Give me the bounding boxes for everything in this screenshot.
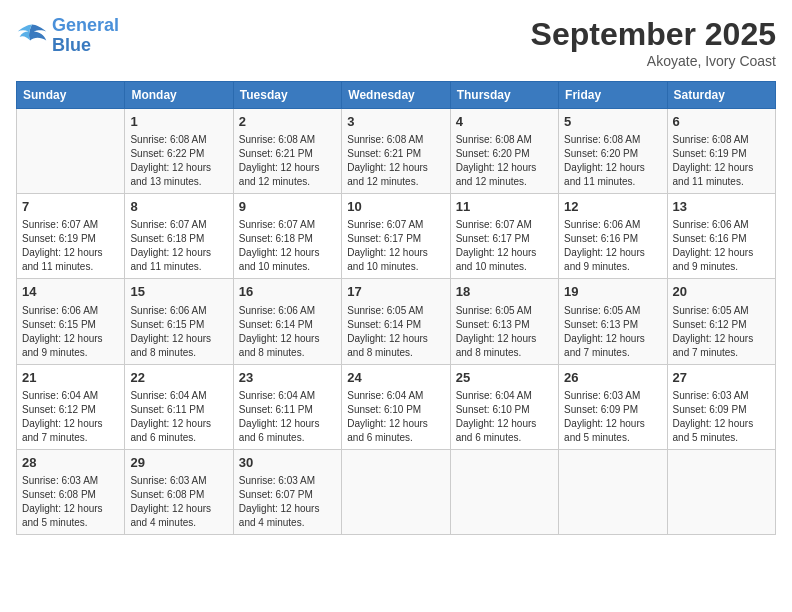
- day-number: 13: [673, 198, 770, 216]
- column-header-tuesday: Tuesday: [233, 82, 341, 109]
- day-info: Sunrise: 6:04 AM Sunset: 6:12 PM Dayligh…: [22, 389, 119, 445]
- day-info: Sunrise: 6:03 AM Sunset: 6:07 PM Dayligh…: [239, 474, 336, 530]
- day-info: Sunrise: 6:08 AM Sunset: 6:20 PM Dayligh…: [564, 133, 661, 189]
- day-number: 25: [456, 369, 553, 387]
- calendar-table: SundayMondayTuesdayWednesdayThursdayFrid…: [16, 81, 776, 535]
- day-cell: 20Sunrise: 6:05 AM Sunset: 6:12 PM Dayli…: [667, 279, 775, 364]
- day-number: 23: [239, 369, 336, 387]
- day-info: Sunrise: 6:04 AM Sunset: 6:10 PM Dayligh…: [456, 389, 553, 445]
- day-number: 18: [456, 283, 553, 301]
- day-info: Sunrise: 6:08 AM Sunset: 6:21 PM Dayligh…: [347, 133, 444, 189]
- day-info: Sunrise: 6:07 AM Sunset: 6:18 PM Dayligh…: [130, 218, 227, 274]
- title-block: September 2025 Akoyate, Ivory Coast: [531, 16, 776, 69]
- column-header-wednesday: Wednesday: [342, 82, 450, 109]
- day-cell: 24Sunrise: 6:04 AM Sunset: 6:10 PM Dayli…: [342, 364, 450, 449]
- day-cell: 30Sunrise: 6:03 AM Sunset: 6:07 PM Dayli…: [233, 449, 341, 534]
- day-info: Sunrise: 6:08 AM Sunset: 6:22 PM Dayligh…: [130, 133, 227, 189]
- day-info: Sunrise: 6:06 AM Sunset: 6:16 PM Dayligh…: [673, 218, 770, 274]
- day-cell: 27Sunrise: 6:03 AM Sunset: 6:09 PM Dayli…: [667, 364, 775, 449]
- day-number: 22: [130, 369, 227, 387]
- day-cell: 14Sunrise: 6:06 AM Sunset: 6:15 PM Dayli…: [17, 279, 125, 364]
- day-number: 26: [564, 369, 661, 387]
- week-row-5: 28Sunrise: 6:03 AM Sunset: 6:08 PM Dayli…: [17, 449, 776, 534]
- week-row-3: 14Sunrise: 6:06 AM Sunset: 6:15 PM Dayli…: [17, 279, 776, 364]
- day-cell: [450, 449, 558, 534]
- day-info: Sunrise: 6:05 AM Sunset: 6:13 PM Dayligh…: [456, 304, 553, 360]
- day-info: Sunrise: 6:05 AM Sunset: 6:13 PM Dayligh…: [564, 304, 661, 360]
- day-cell: 5Sunrise: 6:08 AM Sunset: 6:20 PM Daylig…: [559, 109, 667, 194]
- week-row-1: 1Sunrise: 6:08 AM Sunset: 6:22 PM Daylig…: [17, 109, 776, 194]
- day-cell: 23Sunrise: 6:04 AM Sunset: 6:11 PM Dayli…: [233, 364, 341, 449]
- day-number: 14: [22, 283, 119, 301]
- day-cell: [17, 109, 125, 194]
- day-number: 24: [347, 369, 444, 387]
- day-cell: 29Sunrise: 6:03 AM Sunset: 6:08 PM Dayli…: [125, 449, 233, 534]
- day-number: 12: [564, 198, 661, 216]
- day-info: Sunrise: 6:08 AM Sunset: 6:21 PM Dayligh…: [239, 133, 336, 189]
- day-info: Sunrise: 6:03 AM Sunset: 6:09 PM Dayligh…: [673, 389, 770, 445]
- day-number: 8: [130, 198, 227, 216]
- day-cell: 10Sunrise: 6:07 AM Sunset: 6:17 PM Dayli…: [342, 194, 450, 279]
- day-cell: 13Sunrise: 6:06 AM Sunset: 6:16 PM Dayli…: [667, 194, 775, 279]
- day-cell: 1Sunrise: 6:08 AM Sunset: 6:22 PM Daylig…: [125, 109, 233, 194]
- day-cell: 15Sunrise: 6:06 AM Sunset: 6:15 PM Dayli…: [125, 279, 233, 364]
- day-number: 9: [239, 198, 336, 216]
- day-number: 3: [347, 113, 444, 131]
- day-info: Sunrise: 6:07 AM Sunset: 6:19 PM Dayligh…: [22, 218, 119, 274]
- day-cell: 7Sunrise: 6:07 AM Sunset: 6:19 PM Daylig…: [17, 194, 125, 279]
- day-info: Sunrise: 6:06 AM Sunset: 6:15 PM Dayligh…: [130, 304, 227, 360]
- day-number: 10: [347, 198, 444, 216]
- day-number: 29: [130, 454, 227, 472]
- day-number: 15: [130, 283, 227, 301]
- day-info: Sunrise: 6:08 AM Sunset: 6:19 PM Dayligh…: [673, 133, 770, 189]
- day-info: Sunrise: 6:06 AM Sunset: 6:16 PM Dayligh…: [564, 218, 661, 274]
- column-header-sunday: Sunday: [17, 82, 125, 109]
- day-info: Sunrise: 6:04 AM Sunset: 6:10 PM Dayligh…: [347, 389, 444, 445]
- day-info: Sunrise: 6:07 AM Sunset: 6:18 PM Dayligh…: [239, 218, 336, 274]
- day-cell: [342, 449, 450, 534]
- day-cell: 4Sunrise: 6:08 AM Sunset: 6:20 PM Daylig…: [450, 109, 558, 194]
- day-number: 20: [673, 283, 770, 301]
- column-header-thursday: Thursday: [450, 82, 558, 109]
- day-number: 5: [564, 113, 661, 131]
- day-info: Sunrise: 6:06 AM Sunset: 6:15 PM Dayligh…: [22, 304, 119, 360]
- week-row-4: 21Sunrise: 6:04 AM Sunset: 6:12 PM Dayli…: [17, 364, 776, 449]
- day-cell: 19Sunrise: 6:05 AM Sunset: 6:13 PM Dayli…: [559, 279, 667, 364]
- day-number: 17: [347, 283, 444, 301]
- month-title: September 2025: [531, 16, 776, 53]
- week-row-2: 7Sunrise: 6:07 AM Sunset: 6:19 PM Daylig…: [17, 194, 776, 279]
- day-cell: 8Sunrise: 6:07 AM Sunset: 6:18 PM Daylig…: [125, 194, 233, 279]
- day-cell: 3Sunrise: 6:08 AM Sunset: 6:21 PM Daylig…: [342, 109, 450, 194]
- day-info: Sunrise: 6:03 AM Sunset: 6:08 PM Dayligh…: [22, 474, 119, 530]
- day-info: Sunrise: 6:07 AM Sunset: 6:17 PM Dayligh…: [347, 218, 444, 274]
- day-cell: 21Sunrise: 6:04 AM Sunset: 6:12 PM Dayli…: [17, 364, 125, 449]
- day-cell: 17Sunrise: 6:05 AM Sunset: 6:14 PM Dayli…: [342, 279, 450, 364]
- day-cell: 26Sunrise: 6:03 AM Sunset: 6:09 PM Dayli…: [559, 364, 667, 449]
- day-info: Sunrise: 6:03 AM Sunset: 6:08 PM Dayligh…: [130, 474, 227, 530]
- day-info: Sunrise: 6:05 AM Sunset: 6:12 PM Dayligh…: [673, 304, 770, 360]
- day-info: Sunrise: 6:04 AM Sunset: 6:11 PM Dayligh…: [239, 389, 336, 445]
- day-cell: 11Sunrise: 6:07 AM Sunset: 6:17 PM Dayli…: [450, 194, 558, 279]
- day-number: 30: [239, 454, 336, 472]
- day-cell: 22Sunrise: 6:04 AM Sunset: 6:11 PM Dayli…: [125, 364, 233, 449]
- day-info: Sunrise: 6:03 AM Sunset: 6:09 PM Dayligh…: [564, 389, 661, 445]
- page-header: General Blue September 2025 Akoyate, Ivo…: [16, 16, 776, 69]
- day-number: 16: [239, 283, 336, 301]
- logo-icon: [16, 22, 48, 50]
- day-number: 27: [673, 369, 770, 387]
- location-subtitle: Akoyate, Ivory Coast: [531, 53, 776, 69]
- column-header-saturday: Saturday: [667, 82, 775, 109]
- day-info: Sunrise: 6:08 AM Sunset: 6:20 PM Dayligh…: [456, 133, 553, 189]
- day-cell: 9Sunrise: 6:07 AM Sunset: 6:18 PM Daylig…: [233, 194, 341, 279]
- day-number: 19: [564, 283, 661, 301]
- day-cell: 25Sunrise: 6:04 AM Sunset: 6:10 PM Dayli…: [450, 364, 558, 449]
- day-number: 11: [456, 198, 553, 216]
- day-info: Sunrise: 6:06 AM Sunset: 6:14 PM Dayligh…: [239, 304, 336, 360]
- day-number: 28: [22, 454, 119, 472]
- logo: General Blue: [16, 16, 119, 56]
- day-info: Sunrise: 6:04 AM Sunset: 6:11 PM Dayligh…: [130, 389, 227, 445]
- logo-text: General Blue: [52, 16, 119, 56]
- day-number: 6: [673, 113, 770, 131]
- day-number: 1: [130, 113, 227, 131]
- day-number: 2: [239, 113, 336, 131]
